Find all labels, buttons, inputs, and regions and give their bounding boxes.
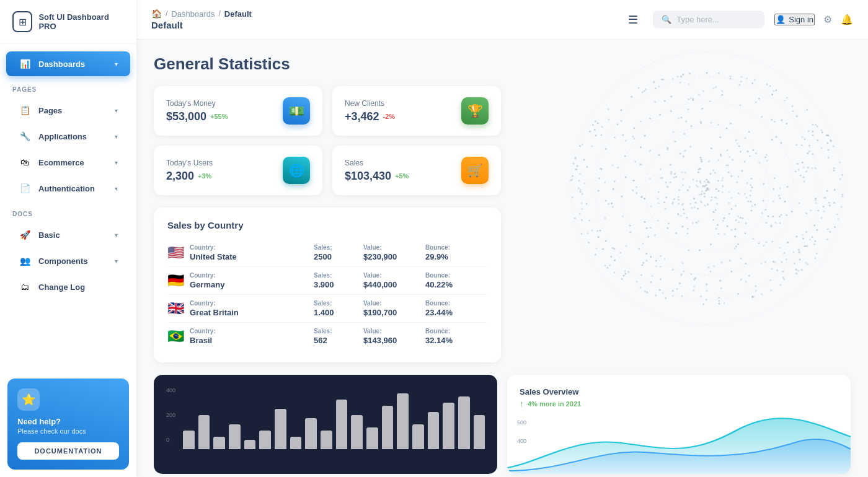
svg-point-459 [586, 203, 588, 204]
bar [382, 406, 394, 449]
sidebar-item-pages[interactable]: 📋 Pages ▾ [6, 98, 130, 123]
svg-point-228 [715, 209, 717, 211]
search-input[interactable] [676, 15, 751, 24]
svg-point-120 [747, 151, 749, 152]
svg-point-385 [765, 222, 767, 224]
svg-point-581 [706, 179, 707, 181]
svg-point-89 [771, 225, 773, 227]
svg-point-397 [823, 206, 825, 208]
svg-point-253 [826, 134, 828, 136]
sidebar-item-dashboards[interactable]: 📊 Dashboards ▾ [6, 51, 130, 76]
svg-point-428 [770, 289, 772, 291]
svg-point-321 [797, 163, 799, 165]
svg-point-562 [665, 297, 666, 299]
svg-point-131 [780, 284, 782, 286]
page-title: General Statistics [154, 55, 851, 74]
svg-point-90 [601, 126, 603, 128]
sidebar-item-label: Applications [38, 132, 87, 141]
svg-point-184 [798, 202, 800, 204]
svg-point-30 [774, 177, 776, 179]
svg-point-442 [614, 260, 616, 261]
stat-icon: 💵 [283, 97, 310, 125]
chevron-down-icon: ▾ [115, 258, 118, 265]
svg-point-135 [693, 286, 695, 287]
flag-icon: 🇺🇸 [167, 245, 190, 261]
svg-point-168 [671, 295, 673, 297]
ecommerce-icon: 🛍 [19, 156, 31, 168]
svg-point-534 [721, 94, 723, 96]
breadcrumb-dashboards[interactable]: Dashboards [171, 9, 215, 19]
svg-point-153 [808, 145, 810, 147]
topbar: 🏠 / Dashboards / Default Default ☰ 🔍 👤 S… [136, 0, 868, 40]
svg-point-161 [644, 291, 646, 292]
search-box[interactable]: 🔍 [653, 11, 764, 28]
settings-icon[interactable]: ⚙ [823, 14, 832, 25]
svg-point-451 [646, 291, 648, 293]
svg-point-14 [672, 269, 674, 271]
documentation-button[interactable]: DOCUMENTATION [17, 442, 119, 460]
sidebar-item-components[interactable]: 👥 Components ▾ [6, 248, 130, 273]
sign-in-button[interactable]: 👤 Sign in [774, 14, 815, 25]
country-col: Country: Germany [190, 272, 314, 289]
svg-point-473 [708, 188, 710, 190]
svg-point-463 [793, 251, 795, 253]
svg-point-595 [621, 195, 623, 197]
svg-point-41 [683, 133, 685, 135]
sidebar-item-applications[interactable]: 🔧 Applications ▾ [6, 124, 130, 149]
svg-point-325 [649, 178, 651, 180]
country-col: Country: United State [190, 244, 314, 261]
sidebar-item-basic[interactable]: 🚀 Basic ▾ [6, 222, 130, 247]
bell-icon[interactable]: 🔔 [841, 14, 853, 25]
svg-point-54 [681, 116, 683, 118]
svg-point-379 [619, 252, 621, 253]
svg-point-203 [714, 211, 715, 213]
svg-point-230 [804, 138, 806, 140]
svg-point-260 [705, 190, 707, 191]
svg-point-466 [681, 273, 683, 275]
svg-point-4 [634, 160, 636, 162]
svg-point-0 [787, 242, 789, 243]
svg-point-182 [678, 196, 680, 198]
svg-point-537 [655, 265, 657, 267]
svg-point-59 [811, 167, 813, 169]
home-icon: 🏠 [151, 9, 162, 19]
svg-point-95 [781, 214, 782, 216]
svg-point-233 [707, 182, 709, 183]
svg-point-20 [681, 204, 683, 206]
svg-point-427 [738, 84, 740, 86]
svg-point-116 [655, 294, 657, 296]
svg-point-123 [689, 146, 691, 147]
svg-point-332 [681, 172, 683, 173]
svg-point-26 [754, 204, 756, 206]
svg-point-387 [715, 188, 717, 190]
svg-point-505 [815, 202, 817, 204]
svg-point-276 [692, 99, 694, 101]
svg-point-519 [709, 271, 711, 273]
svg-point-64 [676, 288, 678, 290]
svg-point-342 [833, 202, 835, 204]
svg-point-484 [781, 261, 783, 263]
svg-point-514 [688, 249, 689, 251]
svg-point-348 [660, 278, 662, 280]
svg-point-301 [830, 139, 831, 141]
stat-card-users: Today's Users 2,300 +3% 🌐 [154, 146, 322, 195]
svg-point-551 [828, 149, 830, 151]
svg-point-390 [730, 175, 732, 177]
svg-point-535 [799, 252, 800, 253]
svg-point-432 [795, 170, 797, 172]
svg-point-65 [654, 234, 656, 236]
svg-point-512 [795, 269, 797, 271]
sidebar-item-changelog[interactable]: 🗂 Change Log [6, 274, 130, 299]
svg-point-287 [711, 122, 712, 124]
menu-icon[interactable]: ☰ [628, 13, 638, 27]
svg-point-388 [799, 258, 801, 260]
stat-badge: +55% [210, 113, 228, 120]
chevron-down-icon: ▾ [115, 159, 118, 166]
sidebar-item-ecommerce[interactable]: 🛍 Ecommerce ▾ [6, 150, 130, 175]
svg-point-158 [658, 203, 660, 204]
svg-point-429 [724, 217, 725, 219]
sidebar-item-authentication[interactable]: 📄 Authentication ▾ [6, 176, 130, 201]
svg-point-255 [581, 219, 583, 221]
svg-point-243 [747, 200, 749, 202]
svg-point-106 [823, 197, 825, 199]
